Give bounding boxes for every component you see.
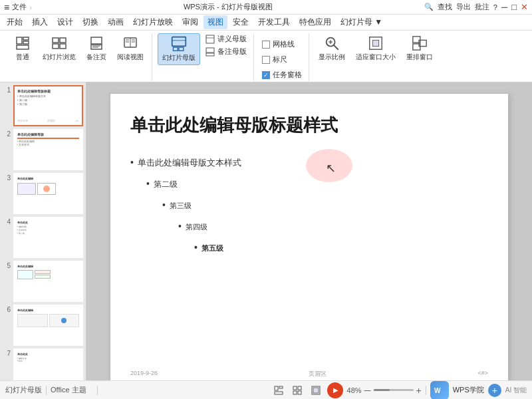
status-divider-1 — [46, 386, 47, 395]
slide-browse-label: 幻灯片浏览 — [43, 53, 76, 62]
wps-academy-label[interactable]: WPS学院 — [453, 385, 484, 395]
svg-rect-3 — [17, 45, 29, 49]
slide-img-5: 单击此处编辑 — [13, 261, 83, 302]
menu-insert[interactable]: 插入 — [28, 15, 52, 29]
svg-rect-40 — [293, 391, 297, 394]
menu-view[interactable]: 视图 — [203, 15, 227, 29]
slide-thumb-2[interactable]: 2 单击此处编辑母版 • 单击此处编辑• 文本样式 — [3, 129, 83, 170]
wps-logo[interactable]: W — [430, 381, 449, 400]
view-grid-btn[interactable] — [290, 383, 305, 398]
svg-rect-31 — [372, 40, 378, 46]
menu-design[interactable]: 设计 — [53, 15, 77, 29]
help-btn[interactable]: ? — [493, 3, 497, 11]
menu-slidemaster[interactable]: 幻灯片母 ▼ — [336, 15, 386, 29]
gridlines-checkbox-btn[interactable]: 网格线 — [259, 39, 305, 50]
fit-window-btn[interactable]: 适应窗口大小 — [352, 33, 400, 64]
svg-rect-7 — [60, 44, 66, 49]
status-bar: 幻灯片母版 Office 主题 ▶ 48% ─ + W — [0, 380, 532, 399]
ruler-checkbox-btn[interactable]: 标尺 — [259, 54, 305, 65]
notes-page-icon — [88, 35, 104, 51]
notes-page-btn[interactable]: 备注页 — [82, 33, 110, 64]
slide-footer: 2019-9-26 页眉区 <#> — [130, 370, 488, 378]
task-pane-checkbox-btn[interactable]: ✓ 任务窗格 — [259, 69, 305, 80]
add-icon: + — [492, 386, 497, 395]
bullet-dot-2: • — [146, 174, 150, 193]
slide-img-4: 单击此处 • 编辑母版• 文本样式 • 第二级 — [13, 217, 83, 258]
add-btn[interactable]: + — [488, 384, 501, 397]
svg-rect-0 — [17, 37, 22, 44]
footer-date: 2019-9-26 — [130, 370, 158, 378]
ribbon: 普通 幻灯片浏览 备注页 — [0, 31, 532, 82]
ai-label: AI 智能 — [505, 386, 527, 395]
minimize-btn[interactable]: ─ — [501, 2, 507, 12]
slide-main[interactable]: 单击此处编辑母版标题样式 • 单击此处编辑母版文本样式 • 第二级 • 第三级 … — [110, 93, 509, 380]
status-divider-3 — [426, 386, 426, 395]
search-label[interactable]: 查找 — [438, 2, 452, 12]
svg-rect-5 — [60, 38, 66, 43]
slide-browse-icon — [51, 35, 67, 51]
menu-review[interactable]: 审阅 — [178, 15, 202, 29]
svg-rect-24 — [206, 48, 214, 53]
maximize-btn[interactable]: □ — [511, 2, 517, 12]
slide-num-3: 3 — [3, 173, 11, 182]
master-view-items: 幻灯片母版 讲义母版 备注母版 — [158, 33, 249, 65]
slide-num-1: 1 — [3, 85, 11, 94]
bullet-item-5: • 第五级 — [194, 238, 488, 257]
file-menu[interactable]: 文件 — [12, 2, 27, 12]
notes-page-label: 备注页 — [86, 53, 106, 62]
slide-thumb-1[interactable]: 1 单击此处编辑母版标题 • 单击此处编辑母版文本 • 第二级 • 第三级 20… — [3, 85, 83, 126]
zoom-plus-btn[interactable]: + — [416, 385, 422, 396]
read-view-btn[interactable]: 阅读视图 — [113, 33, 148, 64]
bullet-dot-1: • — [130, 153, 134, 172]
menu-animation[interactable]: 动画 — [104, 15, 128, 29]
slide-thumb-7[interactable]: 7 单击此处 • 编辑文本• 样式 — [3, 348, 83, 380]
view-normal-btn[interactable] — [271, 383, 286, 398]
menu-slideshow[interactable]: 幻灯片放映 — [129, 15, 177, 29]
slide-num-6: 6 — [3, 305, 11, 313]
read-icon — [122, 35, 138, 51]
slide-num-4: 4 — [3, 217, 11, 225]
breadcrumb-sep: › — [29, 3, 32, 11]
menu-devtools[interactable]: 开发工具 — [254, 15, 294, 29]
slide-num-5: 5 — [3, 261, 11, 269]
view-fit-btn[interactable] — [309, 383, 323, 398]
svg-rect-25 — [206, 53, 214, 56]
slide-master-btn[interactable]: 幻灯片母版 — [158, 33, 200, 65]
menu-security[interactable]: 安全 — [229, 15, 253, 29]
slide-thumb-3[interactable]: 3 单击此处编辑 — [3, 173, 83, 214]
menu-switch[interactable]: 切换 — [78, 15, 102, 29]
slide-browse-btn[interactable]: 幻灯片浏览 — [39, 33, 80, 64]
svg-line-27 — [334, 45, 338, 49]
export-btn[interactable]: 导出 — [456, 2, 471, 12]
ruler-label: 标尺 — [273, 55, 287, 65]
slide-num-7: 7 — [3, 348, 11, 357]
normal-view-btn[interactable]: 普通 — [9, 33, 36, 64]
close-btn[interactable]: ✕ — [521, 2, 528, 12]
show-items: 网格线 标尺 ✓ 任务窗格 — [259, 33, 305, 80]
slide-img-3: 单击此处编辑 — [13, 173, 83, 214]
svg-text:W: W — [434, 387, 441, 394]
rearrange-btn[interactable]: 重排窗口 — [402, 33, 437, 64]
bullet-dot-3: • — [162, 196, 166, 214]
notes-master-btn[interactable]: 备注母版 — [203, 46, 249, 57]
slide-thumb-5[interactable]: 5 单击此处编辑 — [3, 261, 83, 302]
normal-icon — [15, 35, 31, 51]
handout-master-btn[interactable]: 讲义母版 — [203, 33, 249, 45]
zoom-minus-btn[interactable]: ─ — [364, 385, 371, 396]
menu-start[interactable]: 开始 — [3, 15, 27, 29]
comment-btn[interactable]: 批注 — [475, 2, 489, 12]
content-area: ↖ 单击此处编辑母版标题样式 • 单击此处编辑母版文本样式 • 第二级 • 第三… — [86, 82, 532, 380]
bullet-text-5: 第五级 — [201, 241, 223, 255]
menu-icon[interactable]: ≡ — [4, 2, 9, 13]
fit-window-icon — [368, 35, 384, 51]
play-slideshow-btn[interactable]: ▶ — [327, 382, 343, 398]
zoom-btn[interactable]: 显示比例 — [315, 33, 349, 64]
slide-thumb-4[interactable]: 4 单击此处 • 编辑母版• 文本样式 • 第二级 — [3, 217, 83, 258]
slide-master-status: 幻灯片母版 — [5, 385, 42, 395]
zoom-slider[interactable] — [374, 389, 414, 391]
menu-special[interactable]: 特色应用 — [295, 15, 335, 29]
slide-thumb-6[interactable]: 6 单击此处编辑 — [3, 305, 83, 346]
svg-rect-41 — [298, 391, 301, 394]
master-sub-group: 讲义母版 备注母版 — [203, 33, 249, 57]
slide-title[interactable]: 单击此处编辑母版标题样式 — [130, 114, 488, 137]
